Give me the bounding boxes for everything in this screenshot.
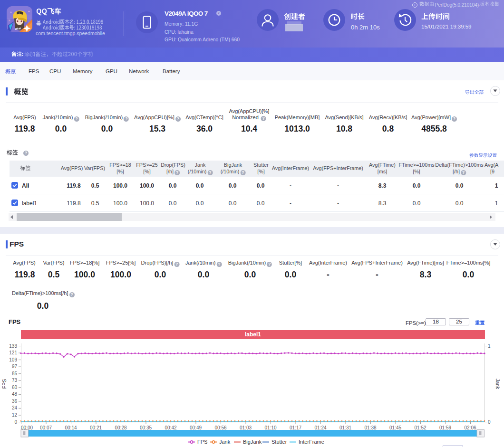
svg-text:00:07: 00:07 xyxy=(40,425,52,430)
svg-text:01:38: 01:38 xyxy=(364,425,376,430)
svg-text:00:42: 00:42 xyxy=(165,425,176,430)
svg-text:Jank: Jank xyxy=(495,379,501,390)
svg-text:01:10: 01:10 xyxy=(264,425,276,430)
svg-text:00:35: 00:35 xyxy=(140,425,152,430)
svg-text:Stutter: Stutter xyxy=(271,439,287,445)
svg-text:InterFrame: InterFrame xyxy=(299,439,324,445)
svg-text:01:31: 01:31 xyxy=(339,425,351,430)
svg-text:1: 1 xyxy=(488,343,491,349)
svg-text:01:03: 01:03 xyxy=(240,425,252,430)
svg-text:133: 133 xyxy=(9,343,17,349)
svg-text:00:49: 00:49 xyxy=(190,425,202,430)
svg-text:48: 48 xyxy=(12,391,18,397)
svg-text:Jank: Jank xyxy=(219,439,231,445)
svg-text:01:52: 01:52 xyxy=(414,425,426,430)
svg-text:00:56: 00:56 xyxy=(214,425,226,430)
svg-text:01:24: 01:24 xyxy=(314,425,326,430)
svg-text:109: 109 xyxy=(9,357,17,362)
svg-text:85: 85 xyxy=(12,371,18,376)
svg-text:01:45: 01:45 xyxy=(389,425,401,430)
svg-text:73: 73 xyxy=(12,378,18,383)
svg-text:BigJank: BigJank xyxy=(243,439,262,445)
svg-text:12: 12 xyxy=(12,412,18,418)
svg-text:FPS: FPS xyxy=(197,439,207,445)
svg-text:FPS: FPS xyxy=(1,379,7,389)
svg-text:121: 121 xyxy=(9,350,17,355)
svg-text:36: 36 xyxy=(12,399,18,404)
svg-text:02:06: 02:06 xyxy=(464,425,476,430)
svg-text:97: 97 xyxy=(12,364,18,369)
svg-text:24: 24 xyxy=(12,405,18,410)
svg-text:00:28: 00:28 xyxy=(115,425,126,430)
svg-text:60: 60 xyxy=(12,385,18,390)
svg-text:00:21: 00:21 xyxy=(90,425,102,430)
svg-text:01:59: 01:59 xyxy=(439,425,451,430)
svg-text:00:14: 00:14 xyxy=(65,425,77,430)
svg-text:0: 0 xyxy=(14,419,17,425)
svg-text:01:17: 01:17 xyxy=(290,425,301,430)
svg-text:0: 0 xyxy=(488,419,491,425)
